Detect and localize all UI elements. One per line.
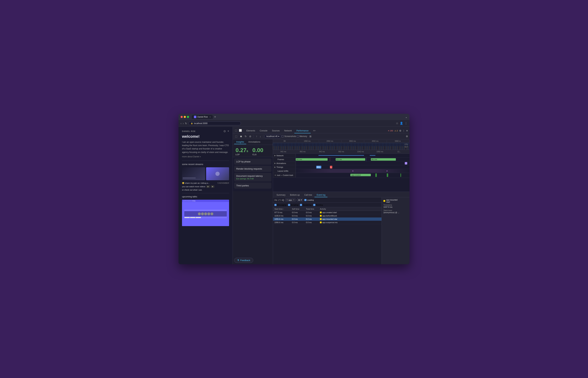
feedback-button[interactable]: ⚗ Feedback	[234, 258, 253, 263]
twitch-icon[interactable]: ▶	[206, 185, 210, 188]
record-icon[interactable]: ⏺	[239, 135, 243, 138]
painting-checkbox[interactable]: ✓ Painting	[313, 204, 323, 206]
memory-checkbox[interactable]: Memory	[297, 135, 307, 137]
more-link[interactable]: more about Daniel »	[182, 155, 229, 158]
github-icon[interactable]: ⊙	[224, 130, 226, 133]
settings-icon[interactable]: ⚙	[399, 129, 401, 132]
insight-third-parties[interactable]: Third parties	[234, 183, 271, 189]
upcoming-thumb[interactable]: performance.now()	[182, 200, 229, 226]
tab-console[interactable]: Console	[258, 128, 269, 133]
cls-value: 0.00	[252, 147, 263, 153]
category-select[interactable]: All ▾	[297, 198, 303, 202]
activity-3: app:suspense:res	[320, 221, 380, 223]
welcome-heading: welcome!	[182, 134, 229, 139]
url-text: localhost:3000	[194, 122, 207, 125]
tab-sources[interactable]: Sources	[270, 128, 282, 133]
frame-label-3: 49.4 ms	[371, 159, 377, 160]
download-icon[interactable]: ↓	[259, 135, 262, 138]
url-input[interactable]: 🔒 localhost:3000	[188, 122, 241, 125]
stream-thumb-left[interactable]	[182, 167, 205, 180]
tab-elements[interactable]: Elements	[244, 128, 257, 133]
overflow-menu-icon[interactable]: ⌄	[405, 115, 407, 119]
messaging-checkbox[interactable]: ✓ Messaging	[274, 204, 286, 206]
cls-metric: 0.00 CLS	[252, 147, 263, 156]
ab-icon[interactable]: ab̲	[281, 199, 284, 201]
col-activity[interactable]: Activity	[320, 208, 380, 210]
col-total-time[interactable]: Total time	[306, 208, 320, 210]
check-link[interactable]: or check out what I use.	[182, 189, 229, 191]
target-select[interactable]: localhost #6 ▾	[265, 135, 281, 138]
track-content-layout	[296, 169, 410, 173]
upcoming-label: upcoming talks	[182, 195, 229, 198]
subtab-insights[interactable]: Insights	[234, 140, 246, 144]
refresh-record-icon[interactable]: ↻	[244, 135, 248, 138]
tab-bottom-up[interactable]: Bottom-up	[288, 193, 302, 197]
close-devtools-icon[interactable]: ✕	[406, 129, 408, 132]
upload-icon[interactable]: ↑	[255, 135, 258, 138]
event-row-1[interactable]: 1035.8 ms 0.0 ms 0.0 ms app:beforeMount	[273, 214, 382, 217]
more-tabs-icon[interactable]: >>	[311, 128, 318, 133]
mini-timeline[interactable]: 99 1992 ms 2992 ms 3992 ms 4992 ms 5992 …	[273, 139, 410, 150]
minimize-button[interactable]	[184, 116, 186, 118]
youtube-icon[interactable]: ▶	[211, 185, 214, 188]
col-start-time[interactable]: Start time ↑	[274, 208, 292, 210]
back-button[interactable]: ‹	[181, 122, 181, 125]
regex-icon[interactable]: (.*)	[278, 199, 281, 201]
event-row-2[interactable]: 1055.6 ms 0.0 ms 0.0 ms app:mounted star	[273, 217, 382, 221]
record-panel-icon[interactable]: ⬚	[234, 135, 238, 138]
add-icon[interactable]: +	[227, 130, 229, 133]
loading-checkbox[interactable]: ✓ Loading	[304, 199, 314, 201]
new-tab-button[interactable]: +	[214, 115, 216, 119]
insight-doc-latency[interactable]: Document request latency Est savings: 66…	[234, 173, 271, 181]
scripting-checkbox[interactable]: ✓ Scripting	[288, 204, 298, 206]
fullscreen-button[interactable]	[187, 116, 189, 118]
expand-timings[interactable]: ▶	[274, 166, 276, 168]
expand-network[interactable]: ▶	[274, 155, 276, 156]
event-row-3[interactable]: 1066.6 ms 0.0 ms 0.0 ms app:suspense:res	[273, 221, 382, 224]
tab-close-icon[interactable]: ×	[210, 116, 211, 118]
clear-icon[interactable]: ⊘	[248, 135, 252, 138]
close-button[interactable]	[181, 116, 183, 118]
profile-icon[interactable]: 👤	[400, 122, 403, 125]
screenshots-checkbox[interactable]: Screenshots	[281, 135, 296, 137]
script-check: ✓	[288, 204, 290, 206]
more-options-icon[interactable]: ⋮	[402, 129, 405, 132]
tab-network[interactable]: Network	[282, 128, 294, 133]
expand-animations[interactable]: ▶	[274, 162, 276, 164]
cpu-label: CPU	[404, 144, 408, 145]
forward-button[interactable]: ›	[183, 122, 184, 125]
memory-check-box[interactable]	[297, 135, 299, 137]
track-label-timings: ▶ Timings	[273, 165, 296, 169]
insight-render-blocking[interactable]: Render blocking requests	[234, 166, 271, 172]
device-icon[interactable]: ⬜	[238, 129, 242, 132]
rendering-checkbox[interactable]: ✓ Rendering	[300, 204, 311, 206]
bookmark-icon[interactable]: ☆	[396, 122, 398, 125]
col-self-time[interactable]: Self time	[292, 208, 306, 210]
dtick-4: 1042 ms	[351, 151, 370, 153]
expand-nuxt[interactable]: ▼	[274, 174, 276, 176]
event-row-0[interactable]: 977.0 ms 0.0 ms 0.0 ms app:created start	[273, 211, 382, 214]
insight-lcp-phase[interactable]: LCP by phase	[234, 159, 271, 165]
warn-count: 2	[397, 130, 398, 132]
dtick-2: 942 ms	[312, 151, 332, 153]
tab-call-tree[interactable]: Call tree	[302, 193, 314, 197]
active-tab[interactable]: Daniel Roe ×	[192, 115, 213, 119]
clear-filter-icon[interactable]: ✕	[293, 199, 294, 201]
dtick-5: 1092 ms	[370, 151, 389, 153]
app-created-bar: app:created	[350, 174, 371, 176]
warn-triangle-icon: ⚠	[394, 130, 396, 132]
tab-performance[interactable]: Performance	[294, 128, 311, 133]
devtools-panel: ⬚ ⬜ Elements Console Sources Network Per…	[233, 127, 410, 264]
track-content-timings: DCL L	[296, 165, 410, 169]
inspect-icon[interactable]: ⬚	[234, 129, 238, 132]
cpu-throttle-icon[interactable]: ⊞	[308, 135, 312, 138]
reload-button[interactable]: ↻	[185, 122, 187, 125]
screenshots-check-box[interactable]	[281, 135, 284, 137]
tab-event-log[interactable]: Event log	[314, 193, 327, 197]
subtab-annotations[interactable]: Annotations	[246, 140, 263, 144]
menu-icon[interactable]: ⋮	[405, 122, 407, 125]
perf-settings-icon[interactable]: ⚙	[406, 135, 408, 138]
filter-input[interactable]: ▽ app: ✕	[285, 198, 296, 202]
tab-summary[interactable]: Summary	[274, 193, 288, 197]
stream-thumb-right[interactable]	[206, 167, 229, 180]
